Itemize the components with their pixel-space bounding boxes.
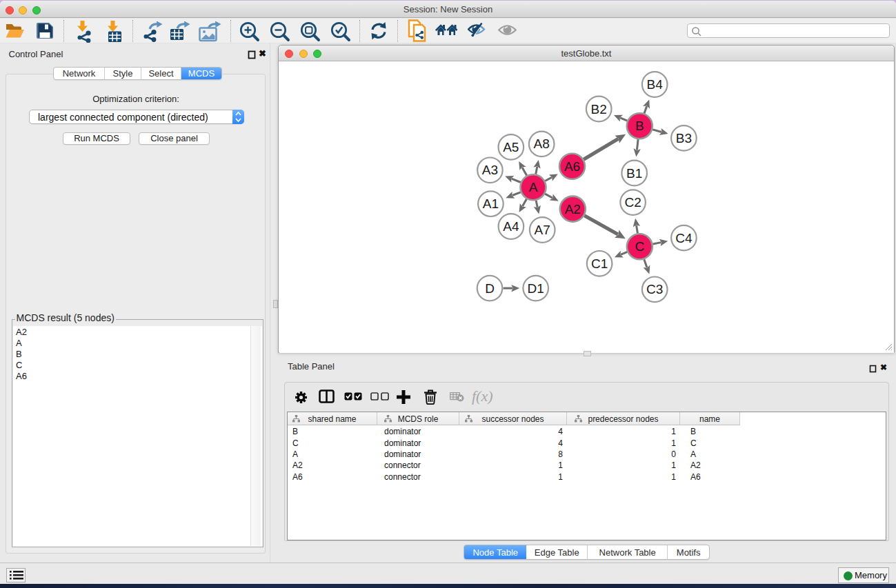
svg-text:A1: A1 [483, 196, 499, 211]
svg-text:A7: A7 [535, 223, 550, 237]
svg-text:A2: A2 [565, 202, 581, 216]
svg-text:A: A [529, 180, 538, 194]
svg-text:C4: C4 [675, 231, 693, 245]
svg-text:A8: A8 [534, 136, 550, 151]
svg-text:C: C [635, 239, 644, 254]
svg-text:D: D [485, 281, 495, 296]
svg-text:B2: B2 [591, 102, 607, 116]
svg-text:C1: C1 [591, 256, 608, 271]
svg-text:C3: C3 [646, 282, 663, 296]
svg-text:B: B [635, 119, 644, 133]
svg-text:B1: B1 [626, 166, 642, 181]
svg-text:A4: A4 [503, 219, 519, 234]
svg-text:A6: A6 [564, 159, 580, 174]
svg-text:C2: C2 [624, 195, 641, 210]
svg-text:A3: A3 [482, 163, 498, 177]
svg-text:A5: A5 [503, 140, 519, 154]
svg-text:B4: B4 [647, 77, 664, 92]
svg-text:B3: B3 [676, 131, 692, 145]
svg-text:D1: D1 [528, 281, 544, 296]
